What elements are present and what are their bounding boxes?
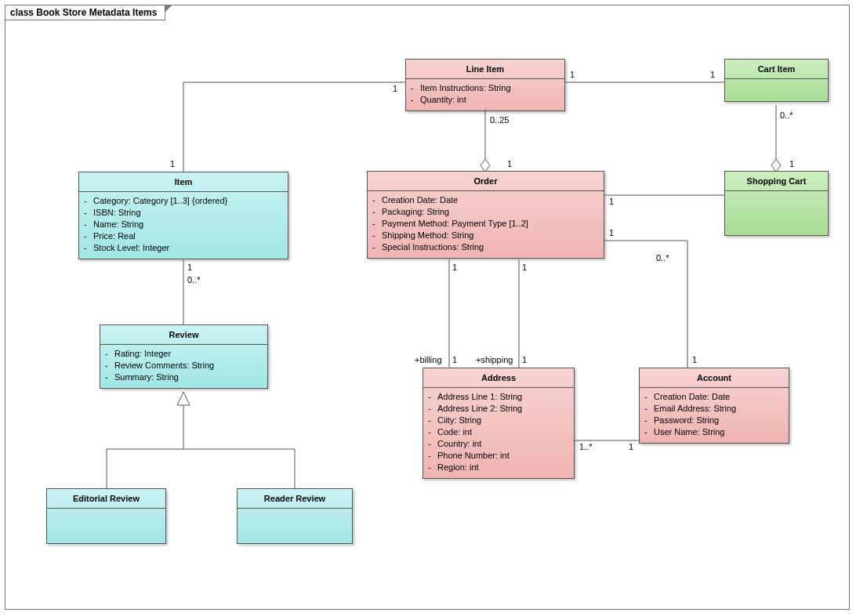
attr-row: -Name: String [84,219,283,230]
attr: Item Instructions: String [420,82,511,94]
class-shopping-cart[interactable]: Shopping Cart [724,171,829,236]
attr-row: -Item Instructions: String [411,82,560,94]
class-attrs: -Creation Date: Date -Email Address: Str… [640,388,789,443]
class-review[interactable]: Review -Rating: Integer -Review Comments… [100,324,268,389]
attr: Email Address: String [654,403,736,415]
class-attrs: -Address Line 1: String -Address Line 2:… [423,388,574,478]
class-title: Cart Item [725,60,828,78]
mult: 1 [570,70,575,79]
mult: 1 [187,263,192,272]
attr: Category: Category [1..3] {ordered} [93,195,227,207]
attr: Review Comments: String [114,360,214,371]
attr-row: -Ciity: String [428,415,569,426]
class-item[interactable]: Item -Category: Category [1..3] {ordered… [78,172,288,259]
attr: Country: int [437,438,481,450]
attr: ISBN: String [93,207,141,219]
attr: Rating: Integer [114,348,171,360]
class-title: Reader Review [238,489,352,508]
class-empty-compartment [725,78,828,101]
class-attrs: -Creation Date: Date -Packaging: String … [368,191,604,258]
mult: 1..* [579,442,593,451]
mult: 0..* [187,275,201,284]
attr: Price: Real [93,230,136,242]
attr-row: -Price: Real [84,230,283,242]
class-line-item[interactable]: Line Item -Item Instructions: String -Qu… [405,59,565,111]
attr: Address Line 1: String [437,391,522,403]
class-order[interactable]: Order -Creation Date: Date -Packaging: S… [367,171,604,259]
class-title: Account [640,368,789,388]
attr-row: -Review Comments: String [105,360,263,371]
attr: Code: int [437,426,472,438]
attr-row: -Email Address: String [644,403,784,415]
class-empty-compartment [725,190,828,235]
role: +billing [415,355,442,364]
diagram-frame: class Book Store Metadata Items Line Ite… [5,5,850,610]
class-cart-item[interactable]: Cart Item [724,59,829,102]
frame-tab-notch [165,5,172,13]
attr: User Name: String [654,426,724,438]
mult: 1 [393,84,397,93]
mult: 1 [507,159,512,168]
mult: 1 [692,355,697,364]
attr: Region: int [437,462,479,473]
attr-row: -ISBN: String [84,207,283,219]
mult: 0..* [656,253,669,263]
mult: 1 [522,263,527,272]
attr-row: -Packaging: String [372,206,599,218]
attr: Ciity: String [437,415,481,426]
class-title: Shopping Cart [725,172,828,190]
mult: 1 [452,355,457,364]
svg-marker-1 [771,159,781,172]
class-reader-review[interactable]: Reader Review [237,488,353,544]
attr: Summary: String [114,371,179,383]
attr: Address Line 2: String [437,403,522,415]
mult: 1 [710,70,715,79]
class-title: Editorial Review [47,489,165,508]
class-empty-compartment [47,508,165,543]
attr-row: -Summary: String [105,371,263,383]
attr: Quantity: int [420,94,466,106]
mult: 0..* [780,111,793,120]
class-editorial-review[interactable]: Editorial Review [46,488,166,544]
class-title: Review [100,325,267,345]
attr-row: -Region: int [428,462,569,473]
attr-row: -Rating: Integer [105,348,263,360]
mult: 1 [629,442,633,451]
class-attrs: -Item Instructions: String -Quantity: in… [406,79,564,111]
attr-row: -Code: int [428,426,569,438]
mult: 1 [609,228,614,237]
attr: Packaging: String [382,206,449,218]
frame-title-text: class Book Store Metadata Items [10,7,157,18]
mult: 0..25 [490,115,509,125]
class-attrs: -Rating: Integer -Review Comments: Strin… [100,345,267,388]
class-address[interactable]: Address -Address Line 1: String -Address… [423,368,575,479]
attr-row: -Password: String [644,415,784,426]
attr-row: -Shipping Method: String [372,230,599,241]
attr: Stock Level: Integer [93,242,169,254]
attr: Phone Number: int [437,450,510,462]
class-account[interactable]: Account -Creation Date: Date -Email Addr… [639,368,789,444]
attr: Special Instructions: String [382,241,484,253]
attr-row: -Creation Date: Date [372,194,599,206]
svg-marker-2 [177,392,190,405]
attr-row: -Stock Level: Integer [84,242,283,254]
class-attrs: -Category: Category [1..3] {ordered} -IS… [79,192,288,259]
attr-row: -Special Instructions: String [372,241,599,253]
attr: Payment Method: Payment Type [1..2] [382,218,528,230]
class-empty-compartment [238,508,352,543]
class-title: Address [423,368,574,388]
attr: Creation Date: Date [654,391,730,403]
svg-marker-0 [481,159,490,172]
attr: Creation Date: Date [382,194,458,206]
attr-row: -Payment Method: Payment Type [1..2] [372,218,599,230]
diagram-frame-title: class Book Store Metadata Items [5,5,165,20]
attr-row: -Country: int [428,438,569,450]
mult: 1 [522,355,527,364]
attr-row: -Category: Category [1..3] {ordered} [84,195,283,207]
attr-row: -Address Line 1: String [428,391,569,403]
class-title: Order [368,172,604,191]
attr-row: -Quantity: int [411,94,560,106]
mult: 1 [789,159,794,168]
mult: 1 [452,263,457,272]
attr-row: -Address Line 2: String [428,403,569,415]
